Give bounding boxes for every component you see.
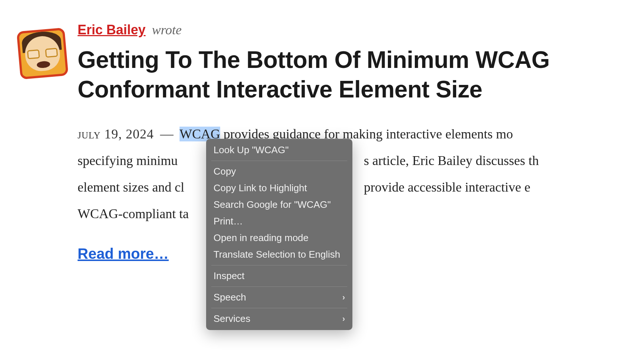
- menu-divider: [211, 308, 347, 308]
- menu-reading-mode[interactable]: Open in reading mode: [206, 230, 352, 246]
- article-title: Getting To The Bottom Of Minimum WCAG Co…: [78, 45, 607, 104]
- menu-print-label: Print…: [214, 216, 243, 227]
- chevron-right-icon: ›: [342, 293, 345, 302]
- menu-services[interactable]: Services ›: [206, 310, 352, 327]
- menu-lookup[interactable]: Look Up "WCAG": [206, 142, 352, 158]
- menu-copy-link[interactable]: Copy Link to Highlight: [206, 180, 352, 196]
- menu-copy-link-label: Copy Link to Highlight: [214, 182, 307, 194]
- context-menu: Look Up "WCAG" Copy Copy Link to Highlig…: [206, 139, 352, 330]
- menu-inspect-label: Inspect: [214, 270, 245, 282]
- byline: Eric Bailey wrote: [78, 22, 607, 38]
- read-more-link[interactable]: Read more…: [78, 245, 169, 262]
- body-text-4: WCAG-compliant ta: [78, 206, 189, 221]
- menu-inspect[interactable]: Inspect: [206, 268, 352, 284]
- menu-divider: [211, 286, 347, 287]
- menu-services-label: Services: [214, 313, 250, 324]
- menu-divider: [211, 161, 347, 161]
- article-date: july 19, 2024: [78, 127, 154, 141]
- author-avatar[interactable]: [17, 28, 69, 80]
- title-line2: Conformant Interactive Element Size: [78, 75, 607, 104]
- menu-speech[interactable]: Speech ›: [206, 289, 352, 306]
- menu-copy-label: Copy: [214, 166, 236, 177]
- dash-separator: —: [160, 127, 174, 141]
- menu-translate-label: Translate Selection to English: [214, 249, 340, 260]
- body-text-2b: s article, Eric Bailey discusses th: [364, 153, 539, 168]
- menu-search-label: Search Google for "WCAG": [214, 199, 331, 210]
- menu-speech-label: Speech: [214, 292, 246, 303]
- menu-print[interactable]: Print…: [206, 213, 352, 230]
- title-line1: Getting To The Bottom Of Minimum WCAG: [78, 47, 550, 73]
- author-link[interactable]: Eric Bailey: [78, 22, 146, 37]
- wrote-label: wrote: [152, 23, 182, 37]
- menu-translate[interactable]: Translate Selection to English: [206, 246, 352, 263]
- menu-reading-mode-label: Open in reading mode: [214, 232, 308, 244]
- menu-lookup-label: Look Up "WCAG": [214, 144, 288, 156]
- menu-search[interactable]: Search Google for "WCAG": [206, 196, 352, 213]
- body-text-3b: provide accessible interactive e: [364, 180, 530, 195]
- menu-divider: [211, 265, 347, 265]
- chevron-right-icon: ›: [342, 314, 345, 324]
- menu-copy[interactable]: Copy: [206, 163, 352, 180]
- body-text-2a: specifying minimu: [78, 153, 178, 168]
- body-text-3a: element sizes and cl: [78, 180, 184, 195]
